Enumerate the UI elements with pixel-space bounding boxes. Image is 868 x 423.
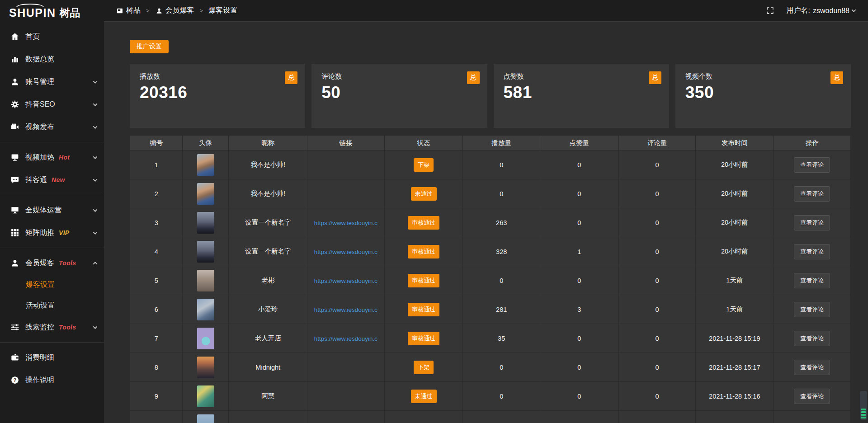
sidebar-item-12[interactable]: 会员爆客Tools bbox=[0, 252, 104, 274]
comment-icon bbox=[11, 176, 19, 184]
table-row: 7老人开店https://www.iesdouyin.c审核通过35002021… bbox=[130, 324, 851, 353]
view-comments-button[interactable]: 查看评论 bbox=[794, 360, 830, 375]
sidebar-divider bbox=[0, 342, 104, 343]
svg-text:?: ? bbox=[14, 377, 17, 383]
table-row: 6小爱玲https://www.iesdouyin.c审核通过281301天前查… bbox=[130, 295, 851, 324]
view-comments-button[interactable]: 查看评论 bbox=[794, 302, 830, 317]
stats-row: 播放数 20316 总 评论数 50 总 点赞数 581 总 视频个数 350 … bbox=[130, 64, 851, 128]
cell-nickname: 设置一个新名字 bbox=[229, 208, 307, 237]
user-menu[interactable]: 用户名: zswodun88 bbox=[787, 6, 855, 15]
sidebar-item-18[interactable]: ?操作说明 bbox=[0, 369, 104, 391]
cell-plays bbox=[463, 411, 540, 423]
status-badge[interactable]: 下架 bbox=[414, 361, 434, 374]
video-link[interactable]: https://www.iesdouyin.c bbox=[314, 249, 377, 255]
cell-likes: 0 bbox=[540, 266, 618, 295]
sidebar-item-label: 视频发布 bbox=[25, 122, 54, 132]
avatar bbox=[197, 212, 214, 234]
video-link[interactable]: https://www.iesdouyin.c bbox=[314, 335, 377, 342]
table-row: 4设置一个新名字https://www.iesdouyin.c审核通过32810… bbox=[130, 237, 851, 266]
breadcrumb: 树品>会员爆客>爆客设置 bbox=[116, 6, 237, 15]
cell-nickname: 设置一个新名字 bbox=[229, 237, 307, 266]
view-comments-button[interactable]: 查看评论 bbox=[794, 157, 830, 173]
fullscreen-icon[interactable] bbox=[766, 7, 774, 14]
sidebar-item-15[interactable]: 线索监控Tools bbox=[0, 316, 104, 338]
chevron-down-icon bbox=[93, 155, 98, 159]
page-icon bbox=[116, 7, 124, 15]
view-comments-button[interactable]: 查看评论 bbox=[794, 331, 830, 346]
chevron-down-icon bbox=[93, 207, 98, 212]
table-row: 5老彬https://www.iesdouyin.c审核通过0001天前查看评论 bbox=[130, 266, 851, 295]
avatar bbox=[197, 241, 214, 263]
sidebar-item-label: 消费明细 bbox=[25, 353, 54, 362]
sidebar-item-label: 抖客通 bbox=[25, 175, 47, 185]
breadcrumb-item-2[interactable]: 爆客设置 bbox=[208, 6, 237, 15]
cell-comments: 0 bbox=[618, 237, 696, 266]
chevron-down-icon bbox=[93, 230, 98, 235]
view-comments-button[interactable]: 查看评论 bbox=[794, 215, 830, 230]
breadcrumb-item-0[interactable]: 树品 bbox=[116, 6, 141, 15]
floating-widget[interactable] bbox=[860, 391, 867, 420]
table-row: 9阿慧未通过0002021-11-28 15:16查看评论 bbox=[130, 382, 851, 411]
sidebar-item-9[interactable]: 全媒体运营 bbox=[0, 199, 104, 221]
video-link[interactable]: https://www.iesdouyin.c bbox=[314, 306, 377, 313]
chart-icon bbox=[11, 55, 19, 63]
cell-comments: 0 bbox=[618, 179, 696, 208]
cell-id: 6 bbox=[130, 295, 183, 324]
status-badge[interactable]: 审核通过 bbox=[408, 216, 439, 230]
widget-bar bbox=[861, 409, 866, 410]
stat-total-badge: 总 bbox=[830, 71, 843, 84]
view-comments-button[interactable]: 查看评论 bbox=[794, 273, 830, 288]
cell-plays: 263 bbox=[463, 208, 540, 237]
status-badge[interactable]: 审核通过 bbox=[408, 274, 439, 287]
stat-label: 点赞数 bbox=[504, 72, 659, 81]
view-comments-button[interactable]: 查看评论 bbox=[794, 186, 830, 202]
sidebar-subitem-14[interactable]: 活动设置 bbox=[0, 295, 104, 316]
promo-settings-button[interactable]: 推广设置 bbox=[130, 40, 169, 53]
sidebar-item-10[interactable]: 矩阵助推VIP bbox=[0, 221, 104, 244]
sidebar-item-7[interactable]: 抖客通New bbox=[0, 169, 104, 191]
video-link[interactable]: https://www.iesdouyin.c bbox=[314, 220, 377, 226]
status-badge[interactable]: 未通过 bbox=[411, 187, 437, 201]
view-comments-button[interactable]: 查看评论 bbox=[794, 389, 830, 404]
avatar bbox=[197, 270, 214, 291]
stat-label: 播放数 bbox=[140, 72, 295, 81]
sidebar-item-label: 首页 bbox=[25, 32, 40, 42]
stat-total-badge: 总 bbox=[649, 71, 661, 84]
stat-value: 350 bbox=[685, 83, 841, 102]
sidebar-divider bbox=[0, 248, 104, 248]
cell-comments: 0 bbox=[618, 266, 696, 295]
sidebar-item-label: 视频加热 bbox=[25, 153, 54, 162]
status-badge[interactable]: 审核通过 bbox=[408, 245, 439, 258]
cell-time: 2021-11-28 15:16 bbox=[696, 382, 774, 411]
sidebar-item-0[interactable]: 首页 bbox=[0, 25, 104, 48]
status-badge[interactable]: 未通过 bbox=[411, 390, 437, 403]
cell-likes: 3 bbox=[540, 295, 618, 324]
cell-time: 2021-11-28 15:17 bbox=[696, 353, 774, 382]
video-link[interactable]: https://www.iesdouyin.c bbox=[314, 277, 377, 284]
cell-likes bbox=[540, 411, 618, 423]
sidebar-item-17[interactable]: 消费明细 bbox=[0, 346, 104, 369]
view-comments-button[interactable]: 查看评论 bbox=[794, 244, 830, 259]
breadcrumb-item-1[interactable]: 会员爆客 bbox=[155, 6, 194, 15]
avatar bbox=[197, 328, 214, 349]
sidebar-item-4[interactable]: 视频发布 bbox=[0, 116, 104, 138]
cell-comments bbox=[618, 411, 696, 423]
column-header: 编号 bbox=[130, 136, 183, 150]
sidebar-item-6[interactable]: 视频加热Hot bbox=[0, 146, 104, 169]
cell-plays: 328 bbox=[463, 237, 540, 266]
status-badge[interactable]: 下架 bbox=[414, 158, 434, 172]
column-header: 点赞量 bbox=[540, 136, 618, 150]
user-icon bbox=[155, 7, 163, 15]
status-badge[interactable]: 审核通过 bbox=[408, 303, 439, 316]
sidebar-item-2[interactable]: 账号管理 bbox=[0, 70, 104, 93]
cell-id: 1 bbox=[130, 150, 183, 179]
sidebar-item-3[interactable]: 抖音SEO bbox=[0, 93, 104, 116]
sidebar-item-badge: Tools bbox=[59, 324, 76, 331]
sidebar-subitem-13[interactable]: 爆客设置 bbox=[0, 274, 104, 295]
table-row: 8Midnight下架0002021-11-28 15:17查看评论 bbox=[130, 353, 851, 382]
sidebar-item-1[interactable]: 数据总览 bbox=[0, 48, 104, 70]
status-badge[interactable]: 审核通过 bbox=[408, 332, 439, 345]
cell-likes: 0 bbox=[540, 150, 618, 179]
avatar bbox=[197, 414, 214, 423]
videos-table: 编号头像昵称链接状态播放量点赞量评论量发布时间操作 1我不是小帅!下架00020… bbox=[130, 135, 851, 423]
